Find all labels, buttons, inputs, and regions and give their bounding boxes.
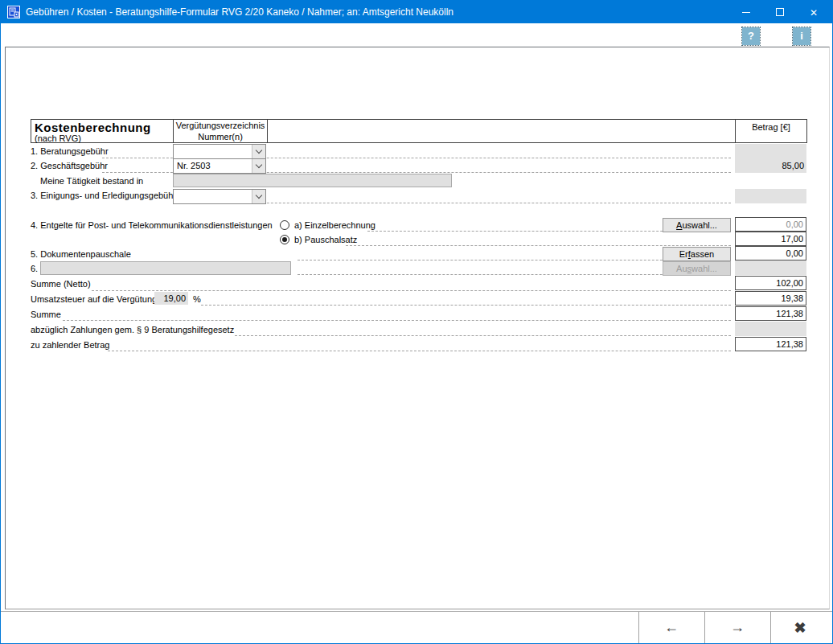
- umsatzsteuer-amount[interactable]: [735, 291, 806, 306]
- auswahl-button-disabled: Auswahl...: [663, 261, 731, 276]
- chevron-down-icon: [252, 190, 265, 203]
- label-taetigkeit: Meine Tätigkeit bestand in: [40, 174, 143, 188]
- maximize-icon: [776, 8, 784, 16]
- close-form-button[interactable]: ✖: [771, 612, 829, 643]
- radio-einzelberechnung[interactable]: [280, 220, 289, 230]
- leader-line: [201, 305, 731, 306]
- header-kostenberechnung: Kostenberechnung (nach RVG): [31, 119, 174, 143]
- zu-zahlen-amount[interactable]: [735, 337, 806, 351]
- erfassen-button[interactable]: Erfassen: [663, 247, 731, 261]
- header-subtitle: (nach RVG): [31, 133, 173, 143]
- form-panel: Kostenberechnung (nach RVG) Vergütungsve…: [5, 47, 830, 609]
- einzelberechnung-amount[interactable]: [735, 217, 806, 232]
- info-button[interactable]: i: [793, 27, 810, 45]
- info-icon: i: [800, 30, 803, 42]
- label-zu-zahlen: zu zahlender Betrag: [31, 338, 109, 352]
- label-geschaeftsgebuehr: 2. Geschäftsgebühr: [31, 158, 108, 173]
- leader-line: [108, 351, 731, 351]
- header-betrag: Betrag [€]: [735, 119, 807, 143]
- leader-line: [63, 320, 731, 321]
- summe-amount[interactable]: [735, 306, 806, 321]
- label-dokumentenpauschale: 5. Dokumentenpauschale: [31, 247, 131, 261]
- summe-netto-amount[interactable]: [735, 276, 806, 290]
- question-icon: ?: [748, 30, 754, 42]
- leader-line: [346, 245, 731, 246]
- chevron-down-icon: [252, 159, 265, 173]
- label-pauschalsatz[interactable]: b) Pauschalsatz: [294, 232, 357, 247]
- geschaeftsgebuehr-select[interactable]: Nr. 2503: [173, 158, 266, 174]
- einigungsgebuehr-select[interactable]: [173, 189, 266, 204]
- chevron-down-icon: [252, 145, 265, 158]
- minimize-button[interactable]: [728, 1, 765, 23]
- label-row6: 6.: [31, 261, 38, 276]
- arrow-right-icon: →: [730, 619, 745, 635]
- label-summe-netto: Summe (Netto): [31, 277, 91, 291]
- taetigkeit-input: [173, 174, 452, 187]
- label-percent: %: [193, 292, 201, 306]
- row6-amount: [735, 260, 806, 275]
- label-beratungsgebuehr: 1. Beratungsgebühr: [31, 144, 109, 158]
- app-icon: [7, 6, 20, 18]
- label-entgelte: 4. Entgelte für Post- und Telekommunikat…: [31, 218, 273, 232]
- close-button[interactable]: ✕: [795, 1, 832, 23]
- leader-line: [92, 290, 731, 291]
- umsatzsteuer-rate: 19,00: [154, 292, 188, 305]
- back-button[interactable]: ←: [639, 612, 704, 643]
- label-umsatzsteuer: Umsatzsteuer auf die Vergütung: [31, 292, 157, 306]
- toolbar: ? i: [1, 23, 832, 47]
- abzueglich-amount: [735, 322, 806, 336]
- minimize-icon: [742, 12, 750, 13]
- label-einigungsgebuehr: 3. Einigungs- und Erledigungsgebühr: [31, 188, 176, 203]
- label-einzelberechnung[interactable]: a) Einzelberechnung: [294, 218, 375, 232]
- label-abzueglich: abzüglich Zahlungen gem. § 9 Beratungshi…: [31, 322, 234, 337]
- footer-bar: ← → ✖: [1, 611, 832, 643]
- forward-button[interactable]: →: [705, 612, 769, 643]
- beratungsgebuehr-amount: [735, 144, 806, 158]
- arrow-left-icon: ←: [664, 619, 679, 635]
- header-spacer: [267, 119, 736, 143]
- maximize-button[interactable]: [761, 1, 798, 23]
- leader-line: [235, 335, 731, 336]
- row6-input: [40, 261, 291, 275]
- einigungsgebuehr-amount: [735, 189, 806, 203]
- title-bar: Gebühren / Kosten - Beratungshilfe-Formu…: [1, 1, 832, 23]
- close-x-icon: ✖: [794, 620, 806, 636]
- window-title: Gebühren / Kosten - Beratungshilfe-Formu…: [26, 1, 453, 23]
- label-summe: Summe: [31, 307, 61, 322]
- geschaeftsgebuehr-amount: 85,00: [735, 158, 806, 173]
- beratungsgebuehr-select[interactable]: [173, 144, 266, 159]
- auswahl-button[interactable]: Auswahl...: [663, 218, 731, 232]
- close-icon: ✕: [810, 7, 818, 18]
- radio-pauschalsatz[interactable]: [280, 235, 289, 244]
- dialog-window: Gebühren / Kosten - Beratungshilfe-Formu…: [0, 0, 833, 644]
- leader-line: [187, 203, 731, 203]
- help-button[interactable]: ?: [742, 27, 760, 45]
- header-title: Kostenberechnung: [31, 120, 173, 133]
- pauschalsatz-amount[interactable]: [735, 232, 806, 246]
- dokumentenpauschale-amount[interactable]: [735, 246, 806, 260]
- header-vv-nummer: Vergütungsverzeichnis Nummer(n): [173, 119, 268, 143]
